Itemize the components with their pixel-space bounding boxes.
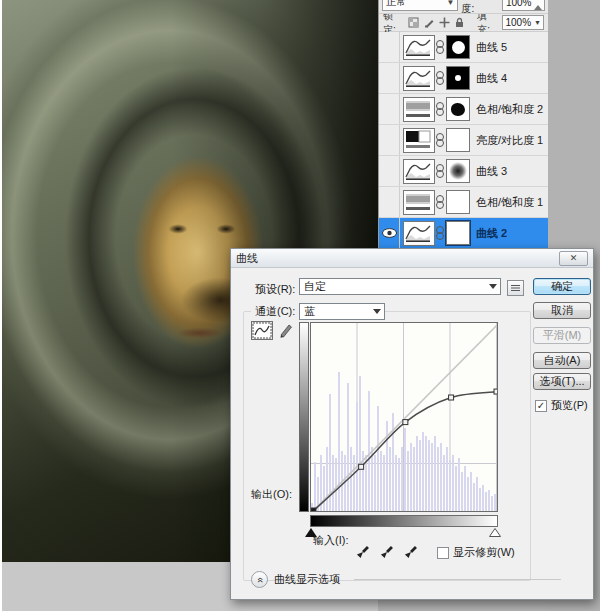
ok-button[interactable]: 确定 <box>533 278 591 295</box>
output-gradient-bar <box>299 322 309 512</box>
preset-options-button[interactable] <box>507 280 524 296</box>
draw-curve-tool[interactable] <box>278 321 296 340</box>
curve-display-options-row: « 曲线显示选项 <box>251 571 575 588</box>
adjustment-thumbnail[interactable] <box>403 190 435 215</box>
cancel-button[interactable]: 取消 <box>533 302 591 319</box>
layer-mask-thumbnail[interactable] <box>446 159 470 183</box>
input-label: 输入(I): <box>313 533 348 548</box>
mask-link-icon[interactable] <box>435 40 445 54</box>
dialog-titlebar[interactable]: 曲线 ✕ <box>231 249 593 268</box>
lock-transparency-icon[interactable] <box>408 17 419 29</box>
close-button[interactable]: ✕ <box>559 251 588 266</box>
layer-row[interactable]: 色相/饱和度 2 <box>379 94 548 125</box>
layer-row[interactable]: 曲线 3 <box>379 156 548 187</box>
curve-tool-icon <box>252 322 272 339</box>
preset-value: 自定 <box>304 279 326 294</box>
adjustment-thumbnail[interactable] <box>403 66 435 91</box>
layer-row[interactable]: 亮度/对比度 1 <box>379 125 548 156</box>
channel-dropdown[interactable]: 蓝 <box>299 303 385 320</box>
mask-link-icon[interactable] <box>435 71 445 85</box>
layer-mask-thumbnail[interactable] <box>446 66 470 90</box>
chevron-down-icon <box>373 309 381 314</box>
adjustment-thumbnail[interactable] <box>403 221 435 246</box>
fill-field[interactable]: 100% ▼ <box>502 15 544 30</box>
curves-dialog: 曲线 ✕ 预设(R): 自定 确定 取消 平滑(M) 自动(A) 选项(T)..… <box>230 248 594 600</box>
chevron-down-icon: ▼ <box>534 19 541 26</box>
layer-name: 曲线 2 <box>476 226 507 241</box>
adjustment-thumbnail[interactable] <box>403 97 435 122</box>
input-gradient-bar <box>310 515 498 527</box>
curves-thumbnail-icon <box>404 222 432 243</box>
layer-name: 亮度/对比度 1 <box>476 133 543 148</box>
visibility-toggle[interactable] <box>379 63 400 93</box>
white-point-eyedropper[interactable] <box>401 542 421 561</box>
layer-mask-thumbnail[interactable] <box>446 190 470 214</box>
lock-pixels-icon[interactable] <box>424 17 435 29</box>
visibility-toggle[interactable] <box>379 187 400 217</box>
visibility-toggle[interactable] <box>379 125 400 155</box>
mask-link-icon[interactable] <box>435 164 445 178</box>
preset-label: 预设(R): <box>255 282 295 297</box>
adjustment-thumbnail[interactable] <box>403 159 435 184</box>
adjustment-thumbnail[interactable] <box>403 128 435 153</box>
show-clipping-row[interactable]: ✓ 显示修剪(W) <box>437 545 515 560</box>
black-point-eyedropper[interactable] <box>353 542 373 561</box>
curve-point <box>494 389 498 394</box>
show-clipping-checkbox[interactable]: ✓ <box>437 547 449 559</box>
layer-row[interactable]: 曲线 4 <box>379 63 548 94</box>
preview-checkbox[interactable]: ✓ <box>535 400 547 412</box>
options-button[interactable]: 选项(T)... <box>533 373 591 390</box>
fill-value: 100% <box>505 17 531 28</box>
layers-list: 曲线 5 <box>379 32 548 280</box>
mask-link-icon[interactable] <box>435 226 445 240</box>
layers-panel: 正常 ▼ 不透明度: 100% 锁定: 填充: <box>378 0 548 272</box>
layer-mask-thumbnail[interactable] <box>446 128 470 152</box>
hue-saturation-thumbnail-icon <box>404 191 432 212</box>
show-clipping-label: 显示修剪(W) <box>453 545 515 560</box>
preview-checkbox-row[interactable]: ✓ 预览(P) <box>535 398 588 413</box>
eyedropper-icon <box>403 544 419 560</box>
expander-button[interactable]: « <box>251 571 268 588</box>
layer-name: 色相/饱和度 1 <box>476 195 543 210</box>
layer-name: 色相/饱和度 2 <box>476 102 543 117</box>
blend-mode-select[interactable]: 正常 ▼ <box>382 0 458 11</box>
visibility-toggle[interactable] <box>379 156 400 186</box>
visibility-toggle[interactable] <box>379 32 400 62</box>
mask-link-icon[interactable] <box>435 133 445 147</box>
visibility-toggle[interactable] <box>379 218 400 248</box>
layer-mask-thumbnail[interactable] <box>446 35 470 59</box>
edit-points-tool[interactable] <box>251 321 273 340</box>
preview-label: 预览(P) <box>551 398 588 413</box>
layer-mask-thumbnail[interactable] <box>446 97 470 121</box>
blend-mode-row: 正常 ▼ 不透明度: 100% <box>379 0 548 14</box>
mask-link-icon[interactable] <box>435 102 445 116</box>
curve-graph[interactable] <box>310 322 498 512</box>
adjustment-thumbnail[interactable] <box>403 35 435 60</box>
eyedropper-icon <box>355 544 371 560</box>
visibility-toggle[interactable] <box>379 94 400 124</box>
layer-row[interactable]: 曲线 5 <box>379 32 548 63</box>
opacity-label: 不透明度: <box>461 0 499 14</box>
layer-row[interactable]: 曲线 2 <box>379 218 548 249</box>
layer-name: 曲线 5 <box>476 40 507 55</box>
hue-saturation-thumbnail-icon <box>404 98 432 119</box>
layer-row[interactable]: 色相/饱和度 1 <box>379 187 548 218</box>
separator-line <box>354 579 561 580</box>
dialog-title: 曲线 <box>236 251 559 266</box>
auto-button[interactable]: 自动(A) <box>533 352 591 369</box>
channel-value: 蓝 <box>304 304 315 319</box>
preset-dropdown[interactable]: 自定 <box>299 278 501 295</box>
layer-mask-thumbnail[interactable] <box>446 221 470 245</box>
channel-label: 通道(C): <box>255 304 295 319</box>
gray-point-eyedropper[interactable] <box>377 542 397 561</box>
scroll-up-icon[interactable] <box>534 5 542 10</box>
mask-link-icon[interactable] <box>435 195 445 209</box>
curve-point <box>311 508 316 512</box>
lock-all-icon[interactable] <box>454 17 465 29</box>
portrait-lips <box>178 328 222 338</box>
curve-display-options-label: 曲线显示选项 <box>274 572 340 587</box>
lock-position-icon[interactable] <box>439 17 450 29</box>
highlight-input-slider[interactable] <box>489 528 501 537</box>
layer-name: 曲线 4 <box>476 71 507 86</box>
double-chevron-icon: « <box>255 577 265 583</box>
